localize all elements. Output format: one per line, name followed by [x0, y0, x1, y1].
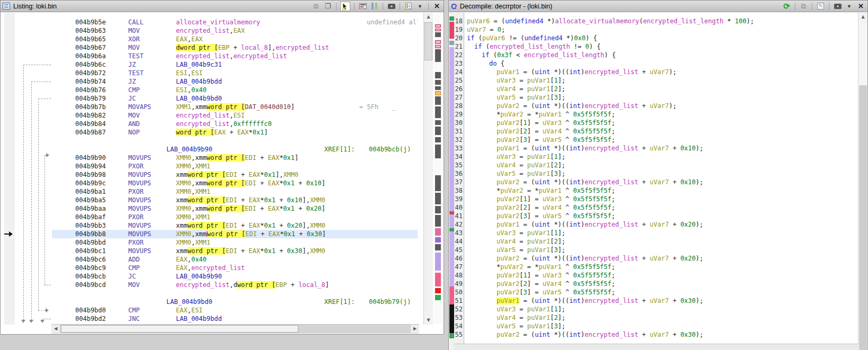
listing-row[interactable]: 004b9bd0CMPEAX,ESI [1, 306, 418, 315]
listing-row[interactable]: 004b9b74JZLAB_004b9bdd [1, 77, 418, 86]
paste-icon[interactable]: ❐ [323, 2, 332, 11]
field-display-icon[interactable] [358, 2, 367, 11]
listing-row[interactable]: 004b9b72TESTESI,ESI [1, 69, 418, 77]
overview-mark[interactable] [435, 127, 441, 135]
code-line[interactable]: uVar5 = puVar1[3]; [497, 169, 565, 178]
code-line[interactable]: if (puVar6 != (undefined4 *)0x0) { [467, 34, 597, 42]
overview-mark[interactable] [435, 49, 441, 62]
code-line[interactable]: uVar4 = puVar1[2]; [497, 161, 565, 169]
overview-mark[interactable] [435, 175, 441, 191]
listing-row[interactable]: 004b9b76CMPESI,0x40 [1, 86, 418, 94]
overview-mark[interactable] [435, 120, 441, 125]
code-line[interactable]: puVar2 = (uint *)((int)encrypted_list + … [497, 178, 703, 186]
code-line[interactable]: *puVar2 = *puVar1 ^ 0x5f5f5f5f; [497, 186, 615, 195]
scroll-up-icon[interactable]: ▲ [424, 13, 433, 21]
listing-row[interactable]: 004b9baaMOVUPSXMM0,xmmword ptr [EDI + EA… [1, 204, 418, 213]
listing-row[interactable]: 004b9b90MOVUPSXMM0,xmmword ptr [EDI + EA… [1, 154, 418, 162]
overview-mark[interactable] [435, 91, 441, 95]
listing-row[interactable]: 004b9b98MOVUPSxmmword ptr [EDI + EAX*0x1… [1, 170, 418, 179]
listing-row[interactable]: 004b9b79JCLAB_004b9bd0 [1, 94, 418, 103]
listing-row[interactable]: 004b9b84ANDencrypted_list,0xffffffc0 [1, 120, 418, 128]
chevron-down-icon[interactable]: ▼ [415, 2, 424, 11]
overview-mark[interactable] [435, 228, 441, 236]
decompile-code[interactable]: puVar6 = (undefined4 *)allocate_virtualm… [449, 1, 858, 350]
overview-mark[interactable] [435, 29, 441, 31]
code-line[interactable]: puVar2[2] = uVar4 ^ 0x5f5f5f5f; [497, 280, 615, 288]
listing-row[interactable]: 004b9b87NOPword ptr [EAX + EAX*0x1] [1, 128, 418, 137]
scrollbar-thumb[interactable] [424, 22, 432, 60]
decompile-vscrollbar[interactable]: ▲ [858, 13, 867, 350]
code-line[interactable]: do { [489, 59, 504, 68]
overview-mark[interactable] [435, 215, 441, 227]
listing-display-options-icon[interactable] [404, 2, 413, 11]
scroll-down-icon[interactable]: ▼ [424, 316, 433, 325]
code-line[interactable]: puVar2[1] = uVar3 ^ 0x5f5f5f5f; [497, 119, 615, 127]
cursor-select-icon[interactable] [340, 2, 350, 11]
code-line[interactable]: if (0x3f < encrypted_list_length) { [482, 51, 616, 59]
listing-row[interactable]: 004b9bb3MOVUPSxmmword ptr [EDI + EAX*0x1… [1, 221, 418, 230]
listing-row[interactable]: 004b9b6cJZLAB_004b9c31 [1, 60, 418, 69]
overview-mark[interactable] [435, 137, 441, 142]
overview-mark[interactable] [435, 72, 441, 78]
overview-mark[interactable] [435, 106, 441, 118]
code-line[interactable]: puVar2[2] = uVar4 ^ 0x5f5f5f5f; [497, 127, 615, 136]
code-line[interactable]: puVar2 = (uint *)((int)encrypted_list + … [497, 102, 677, 110]
scroll-left-icon[interactable]: ◀ [51, 325, 60, 333]
overview-mark[interactable] [435, 253, 441, 271]
code-line[interactable]: *puVar2 = *puVar1 ^ 0x5f5f5f5f; [497, 110, 615, 119]
listing-row[interactable]: 004b9b65XOREAX,EAX [1, 35, 418, 43]
overview-mark[interactable] [435, 86, 441, 90]
snapshot-camera-icon[interactable] [387, 2, 396, 11]
scrollbar-thumb[interactable] [859, 85, 867, 350]
listing-row[interactable]: 004b9ba5MOVUPSxmmword ptr [EDI + EAX*0x1… [1, 196, 418, 204]
overview-mark[interactable] [435, 193, 441, 204]
overview-mark[interactable] [435, 40, 441, 44]
code-line[interactable]: uVar5 = puVar1[3]; [497, 322, 565, 330]
code-line[interactable]: puVar2[1] = uVar3 ^ 0x5f5f5f5f; [497, 195, 615, 203]
overview-mark[interactable] [435, 288, 441, 293]
code-line[interactable]: puVar2[3] = uVar5 ^ 0x5f5f5f5f; [497, 136, 615, 144]
scroll-right-icon[interactable]: ▶ [411, 325, 419, 333]
code-line[interactable]: puVar2 = (uint *)((int)encrypted_list + … [497, 254, 703, 263]
listing-vscrollbar[interactable]: ▲ ▼ [423, 13, 433, 325]
code-line[interactable]: puVar1 = (uint *)((int)encrypted_list + … [497, 297, 703, 305]
listing-row[interactable]: 004b9b9cMOVUPSXMM0,xmmword ptr [EDI + EA… [1, 179, 418, 187]
code-line[interactable]: uVar7 = 0; [467, 25, 505, 34]
diff-view-icon[interactable] [370, 2, 379, 11]
listing-row[interactable]: 004b9bd2JNCLAB_004b9bdd [1, 315, 418, 323]
code-line[interactable]: if (encrypted_list_length != 0) { [474, 42, 600, 51]
overview-mark[interactable] [435, 206, 441, 213]
overview-mark[interactable] [435, 244, 441, 250]
code-line[interactable]: uVar3 = puVar1[1]; [497, 152, 565, 161]
close-icon[interactable]: ✕ [432, 2, 441, 11]
decompile-hscrollbar[interactable] [454, 344, 858, 350]
code-line[interactable]: puVar2[1] = uVar3 ^ 0x5f5f5f5f; [497, 271, 615, 280]
listing-row[interactable]: 004b9bcbJCLAB_004b9b90 [1, 272, 418, 281]
overview-mark[interactable] [435, 295, 441, 300]
code-line[interactable]: uVar5 = puVar1[3]; [497, 93, 565, 102]
code-line[interactable]: puVar1 = (uint *)((int)encrypted_list + … [497, 220, 703, 229]
listing-row[interactable]: 004b9bbdPXORXMM0,XMM1 [1, 238, 418, 247]
listing-row[interactable]: 004b9b67MOVdword ptr [EBP + local_8],enc… [1, 43, 418, 52]
listing-row[interactable]: 004b9b6aTESTencrypted_list,encrypted_lis… [1, 52, 418, 60]
listing-hscrollbar[interactable]: ◀ ▶ [51, 324, 419, 334]
scrollbar-thumb[interactable] [61, 325, 298, 333]
listing-row[interactable]: 004b9bcdMOVencrypted_list,dword ptr [EBP… [1, 281, 418, 289]
listing-row[interactable]: 004b9b94PXORXMM0,XMM1 [1, 162, 418, 170]
listing-row[interactable]: 004b9b5eCALLallocate_virtualmemoryundefi… [1, 18, 418, 26]
listing-row[interactable]: 004b9ba1PXORXMM0,XMM1 [1, 187, 418, 196]
listing-content[interactable]: 004b9b5eCALLallocate_virtualmemoryundefi… [1, 13, 443, 325]
listing-row[interactable]: 004b9bafPXORXMM0,XMM1 [1, 213, 418, 221]
overview-mark[interactable] [435, 45, 441, 48]
code-line[interactable]: puVar2[2] = uVar4 ^ 0x5f5f5f5f; [497, 203, 615, 212]
overview-mark[interactable] [435, 145, 441, 158]
overview-mark[interactable] [435, 96, 441, 105]
code-line[interactable]: puVar1 = (uint *)((int)encrypted_list + … [497, 144, 703, 152]
listing-label-row[interactable]: LAB_004b9b90XREF[1]:004b9bcb(j) [1, 145, 418, 154]
listing-row[interactable]: 004b9bc6ADDEAX,0x40 [1, 255, 418, 264]
listing-overview-margin[interactable] [434, 13, 442, 325]
overview-mark[interactable] [435, 24, 441, 28]
code-line[interactable]: puVar2[3] = uVar5 ^ 0x5f5f5f5f; [497, 288, 615, 297]
code-line[interactable]: uVar4 = puVar1[2]; [497, 313, 565, 322]
scroll-up-icon[interactable]: ▲ [858, 13, 867, 21]
